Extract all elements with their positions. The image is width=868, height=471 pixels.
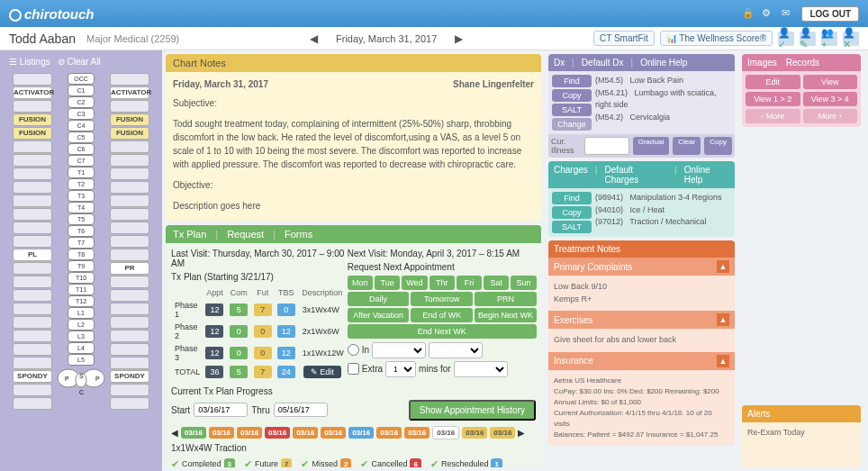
vertebra-T5[interactable]: T5 xyxy=(68,213,95,225)
spine-left-T5[interactable] xyxy=(13,235,52,248)
date-chip[interactable]: 03/16 xyxy=(404,427,429,439)
vertebra-T10[interactable]: T10 xyxy=(68,272,95,284)
user-check-icon[interactable]: 👤✓ xyxy=(778,32,794,46)
spine-left-C7[interactable] xyxy=(13,168,52,180)
vertebra-C5[interactable]: C5 xyxy=(68,131,95,143)
spine-right-L3[interactable]: SPONDY xyxy=(110,370,149,383)
vertebra-L3[interactable]: L3 xyxy=(68,331,95,342)
date-chip[interactable]: 03/16 xyxy=(376,427,402,439)
gradual-button[interactable]: Gradual xyxy=(633,137,669,155)
in-radio[interactable] xyxy=(348,344,359,356)
date-chip[interactable]: 03/16 xyxy=(490,427,515,439)
listings-tab[interactable]: ☰ Listings xyxy=(9,57,50,67)
week-Thr[interactable]: Thr xyxy=(429,276,455,290)
next-day-icon[interactable]: ▶ xyxy=(455,32,463,45)
week-Fri[interactable]: Fri xyxy=(457,276,482,290)
cur-illness-input[interactable] xyxy=(584,137,629,155)
more-prev-button[interactable]: ‹ More xyxy=(746,109,800,123)
collapse-icon[interactable]: ▲ xyxy=(717,355,729,367)
spine-right-C2[interactable] xyxy=(110,100,149,113)
spine-left-C2[interactable] xyxy=(13,100,52,113)
dx-Change-button[interactable]: Change xyxy=(552,118,592,131)
charges-tab-0[interactable]: Charges xyxy=(554,165,588,185)
spine-left-L4[interactable] xyxy=(13,384,52,396)
vertebra-C7[interactable]: C7 xyxy=(68,155,95,167)
records-tab[interactable]: Records xyxy=(786,58,819,68)
lock-icon[interactable]: 🔒 xyxy=(742,7,755,20)
spine-right-L4[interactable] xyxy=(110,384,149,396)
charges-tab-1[interactable]: Default Charges xyxy=(604,165,667,185)
spine-right-C1[interactable]: ACTIVATOR xyxy=(110,86,149,99)
spine-left-L1[interactable] xyxy=(13,343,52,356)
spine-right-L5[interactable] xyxy=(110,397,149,410)
dx-Copy-button[interactable]: Copy xyxy=(552,89,592,102)
tx-tab-1[interactable]: Request xyxy=(227,229,264,240)
dx-item[interactable]: (M54.2) Cervicalgia xyxy=(595,112,731,124)
spine-left-T10[interactable] xyxy=(13,303,52,315)
spine-left-T1[interactable] xyxy=(13,181,52,194)
extra-value-select[interactable]: 15 xyxy=(385,361,416,377)
thru-date-input[interactable] xyxy=(274,403,328,417)
dx-tab-1[interactable]: Default Dx xyxy=(582,58,624,68)
spine-left-L3[interactable]: SPONDY xyxy=(13,370,52,383)
tx-tab-0[interactable]: Tx Plan xyxy=(173,229,206,240)
week-Mon[interactable]: Mon xyxy=(348,276,373,290)
spine-left-T11[interactable] xyxy=(13,316,52,329)
spine-right-C5[interactable] xyxy=(110,140,149,153)
edit-plan-button[interactable]: ✎ Edit xyxy=(303,366,341,378)
spine-right-T8[interactable] xyxy=(110,276,149,288)
spine-right-T5[interactable] xyxy=(110,235,149,248)
chip-next-icon[interactable]: ▶ xyxy=(518,428,525,438)
in-value-select[interactable] xyxy=(372,342,426,358)
spine-left-L2[interactable] xyxy=(13,357,52,369)
spine-left-T7[interactable] xyxy=(13,262,52,275)
vertebra-C2[interactable]: C2 xyxy=(68,96,95,108)
pelvis[interactable]: PPSC xyxy=(56,367,106,400)
spine-left-C4[interactable]: FUSION xyxy=(13,127,52,140)
spine-right-T4[interactable] xyxy=(110,222,149,234)
date-chip[interactable]: 03/16 xyxy=(237,427,262,439)
chip-prev-icon[interactable]: ◀ xyxy=(171,428,178,438)
logout-button[interactable]: LOG OUT xyxy=(801,6,859,22)
charges-Find-button[interactable]: Find xyxy=(552,192,592,204)
spine-right-T6[interactable] xyxy=(110,249,149,261)
user-edit-icon[interactable]: 👤✎ xyxy=(800,32,816,46)
extra-checkbox[interactable] xyxy=(348,363,359,375)
spine-right-T1[interactable] xyxy=(110,181,149,194)
charge-item[interactable]: (98941) Manipulation 3-4 Regions xyxy=(595,192,731,204)
wellness-score-button[interactable]: 📊 The Wellness Score® xyxy=(660,31,773,46)
vertebra-T8[interactable]: T8 xyxy=(68,249,95,260)
spine-left-L5[interactable] xyxy=(13,397,52,410)
spine-right-T10[interactable] xyxy=(110,303,149,315)
vertebra-T12[interactable]: T12 xyxy=(68,295,95,307)
vertebra-L1[interactable]: L1 xyxy=(68,307,95,319)
spine-right-T7[interactable]: PR xyxy=(110,262,149,275)
user-add-icon[interactable]: 👥+ xyxy=(821,32,837,46)
week-Daily[interactable]: Daily xyxy=(348,292,410,306)
week-Sat[interactable]: Sat xyxy=(484,276,509,290)
dx-Find-button[interactable]: Find xyxy=(552,75,592,87)
clear-all-button[interactable]: ⊘ Clear All xyxy=(58,57,101,67)
vertebra-C1[interactable]: C1 xyxy=(68,85,95,96)
tx-tab-2[interactable]: Forms xyxy=(285,229,312,240)
images-tab[interactable]: Images xyxy=(747,58,777,68)
spine-left-C5[interactable] xyxy=(13,140,52,153)
date-chip[interactable]: 03/16 xyxy=(321,427,346,439)
vertebra-L2[interactable]: L2 xyxy=(68,319,95,331)
spine-left-C6[interactable] xyxy=(13,154,52,167)
date-chip[interactable]: 03/16 xyxy=(209,427,234,439)
week-Tue[interactable]: Tue xyxy=(375,276,400,290)
date-chip[interactable]: 03/16 xyxy=(348,427,374,439)
spine-right-T12[interactable] xyxy=(110,330,149,342)
date-chip[interactable]: 03/16 xyxy=(265,427,290,439)
spine-right-C7[interactable] xyxy=(110,168,149,180)
vertebra-T3[interactable]: T3 xyxy=(68,190,95,202)
vertebra-L4[interactable]: L4 xyxy=(68,342,95,354)
spine-left-T4[interactable] xyxy=(13,222,52,234)
vertebra-T7[interactable]: T7 xyxy=(68,237,95,249)
charges-Copy-button[interactable]: Copy xyxy=(552,206,592,219)
edit-button[interactable]: Edit xyxy=(746,75,800,89)
dx-item[interactable]: (M54.5) Low Back Pain xyxy=(595,75,731,87)
spine-right-OCC[interactable] xyxy=(110,73,149,86)
in-unit-select[interactable] xyxy=(429,342,483,358)
